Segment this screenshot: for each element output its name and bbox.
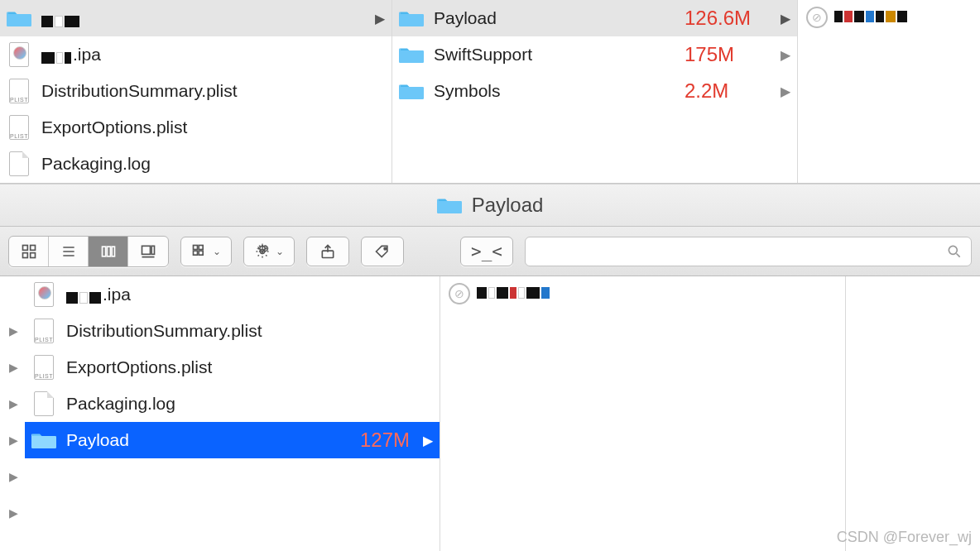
censored-text bbox=[834, 7, 909, 22]
plist-file-icon: PLIST bbox=[7, 115, 31, 140]
quicklook-icon: ⊘ bbox=[449, 283, 470, 304]
quicklook-icon: ⊘ bbox=[806, 7, 828, 28]
svg-rect-14 bbox=[199, 245, 203, 249]
item-name: DistributionSummary.plist bbox=[66, 321, 433, 341]
item-name: ExportOptions.plist bbox=[41, 117, 385, 137]
plist-file-icon: PLIST bbox=[31, 355, 56, 380]
item-size: 127M bbox=[360, 429, 410, 452]
svg-rect-8 bbox=[107, 247, 110, 256]
view-icons-button[interactable] bbox=[9, 237, 49, 266]
disclosure-chevron-icon[interactable]: ▶ bbox=[3, 313, 23, 349]
chevron-down-icon: ⌄ bbox=[213, 246, 221, 257]
item-name: Packaging.log bbox=[41, 154, 385, 174]
list-item[interactable]: Payload 127M ▶ bbox=[25, 422, 440, 458]
list-item[interactable]: PLIST ExportOptions.plist bbox=[25, 349, 440, 386]
search-icon bbox=[946, 243, 963, 260]
censored-text bbox=[41, 12, 81, 26]
chevron-right-icon: ▶ bbox=[781, 11, 790, 26]
folder-icon bbox=[7, 6, 31, 31]
file-icon bbox=[31, 391, 56, 416]
column-3-preview: ⊘ bbox=[798, 0, 980, 183]
watermark-text: CSDN @Forever_wj bbox=[837, 529, 972, 546]
view-gallery-button[interactable] bbox=[128, 237, 168, 266]
svg-rect-7 bbox=[102, 247, 105, 256]
item-size: 175M bbox=[685, 43, 767, 66]
disclosure-rail: ▶ ▶ ▶ ▶ ▶ ▶ bbox=[3, 276, 23, 551]
svg-rect-1 bbox=[30, 245, 35, 250]
disclosure-chevron-icon[interactable]: ▶ bbox=[3, 422, 23, 458]
share-button[interactable] bbox=[306, 237, 349, 266]
chevron-right-icon: ▶ bbox=[781, 84, 790, 99]
censored-text bbox=[66, 288, 103, 303]
list-item[interactable]: SwiftSupport 175M ▶ bbox=[392, 36, 797, 73]
toolbar: ⌄ ⌄ >_< bbox=[0, 227, 980, 276]
svg-rect-11 bbox=[151, 246, 154, 254]
disclosure-chevron-icon[interactable]: ▶ bbox=[3, 495, 23, 531]
svg-rect-10 bbox=[142, 246, 151, 254]
bottom-finder-window: ▶ ▶ ▶ ▶ ▶ ▶ .ipa PLIST DistributionSumma… bbox=[0, 276, 980, 551]
plist-file-icon: PLIST bbox=[7, 79, 31, 103]
folder-icon bbox=[399, 42, 424, 67]
list-item[interactable]: Payload 126.6M ▶ bbox=[392, 0, 797, 36]
item-name: SwiftSupport bbox=[434, 45, 675, 65]
item-name: Packaging.log bbox=[66, 394, 433, 414]
censored-text bbox=[41, 48, 73, 63]
folder-icon bbox=[399, 6, 424, 31]
list-item[interactable]: PLIST DistributionSummary.plist bbox=[25, 313, 440, 349]
svg-rect-16 bbox=[199, 251, 203, 255]
chevron-right-icon: ▶ bbox=[375, 11, 385, 26]
view-list-button[interactable] bbox=[49, 237, 89, 266]
path-button[interactable]: >_< bbox=[460, 237, 513, 266]
item-name: Payload bbox=[66, 430, 350, 450]
svg-rect-15 bbox=[194, 251, 198, 255]
item-name: Symbols bbox=[434, 81, 675, 101]
list-item[interactable]: .ipa bbox=[0, 36, 392, 73]
item-size: 2.2M bbox=[685, 79, 767, 103]
column-2: Payload 126.6M ▶ SwiftSupport 175M ▶ Sym… bbox=[392, 0, 798, 183]
tags-button[interactable] bbox=[361, 237, 404, 266]
item-name: .ipa bbox=[66, 285, 433, 304]
disclosure-spacer bbox=[3, 276, 23, 313]
svg-rect-2 bbox=[22, 252, 27, 257]
view-mode-segmented bbox=[8, 236, 169, 267]
list-item[interactable]: PLIST DistributionSummary.plist bbox=[0, 73, 392, 109]
svg-rect-13 bbox=[194, 245, 198, 249]
disclosure-chevron-icon[interactable]: ▶ bbox=[3, 349, 23, 386]
svg-point-19 bbox=[384, 247, 387, 250]
list-item[interactable]: Packaging.log bbox=[0, 146, 392, 182]
folder-icon bbox=[399, 79, 424, 103]
list-item[interactable]: ▶ bbox=[0, 0, 392, 36]
ipa-file-icon bbox=[7, 42, 31, 67]
folder-icon bbox=[437, 193, 462, 218]
item-name: DistributionSummary.plist bbox=[41, 81, 385, 101]
svg-rect-9 bbox=[112, 247, 114, 256]
list-item[interactable]: .ipa bbox=[25, 276, 440, 313]
item-name: ExportOptions.plist bbox=[66, 357, 433, 377]
disclosure-chevron-icon[interactable]: ▶ bbox=[3, 386, 23, 422]
window-titlebar: Payload bbox=[0, 184, 980, 227]
list-item[interactable]: Symbols 2.2M ▶ bbox=[392, 73, 797, 109]
view-columns-button[interactable] bbox=[89, 237, 128, 266]
column-1: ▶ ▶ ▶ ▶ ▶ ▶ .ipa PLIST DistributionSumma… bbox=[0, 276, 440, 551]
item-size: 126.6M bbox=[685, 7, 767, 30]
file-icon bbox=[7, 151, 31, 176]
chevron-right-icon: ▶ bbox=[423, 433, 433, 448]
censored-text bbox=[477, 283, 551, 298]
list-item[interactable]: Packaging.log bbox=[25, 386, 440, 422]
window-title: Payload bbox=[472, 194, 544, 217]
column-3 bbox=[846, 276, 980, 551]
svg-line-21 bbox=[957, 253, 960, 256]
search-field[interactable] bbox=[525, 237, 972, 266]
svg-rect-3 bbox=[30, 252, 35, 257]
chevron-right-icon: ▶ bbox=[781, 47, 790, 63]
list-item[interactable]: PLIST ExportOptions.plist bbox=[0, 109, 392, 146]
item-name: .ipa bbox=[41, 45, 385, 65]
action-menu-button[interactable]: ⌄ bbox=[243, 237, 295, 266]
chevron-down-icon: ⌄ bbox=[276, 246, 284, 257]
ipa-file-icon bbox=[31, 282, 56, 307]
svg-rect-0 bbox=[22, 245, 27, 250]
disclosure-chevron-icon[interactable]: ▶ bbox=[3, 458, 23, 495]
folder-icon bbox=[31, 428, 56, 453]
group-by-button[interactable]: ⌄ bbox=[180, 237, 232, 266]
item-name: Payload bbox=[434, 8, 675, 28]
